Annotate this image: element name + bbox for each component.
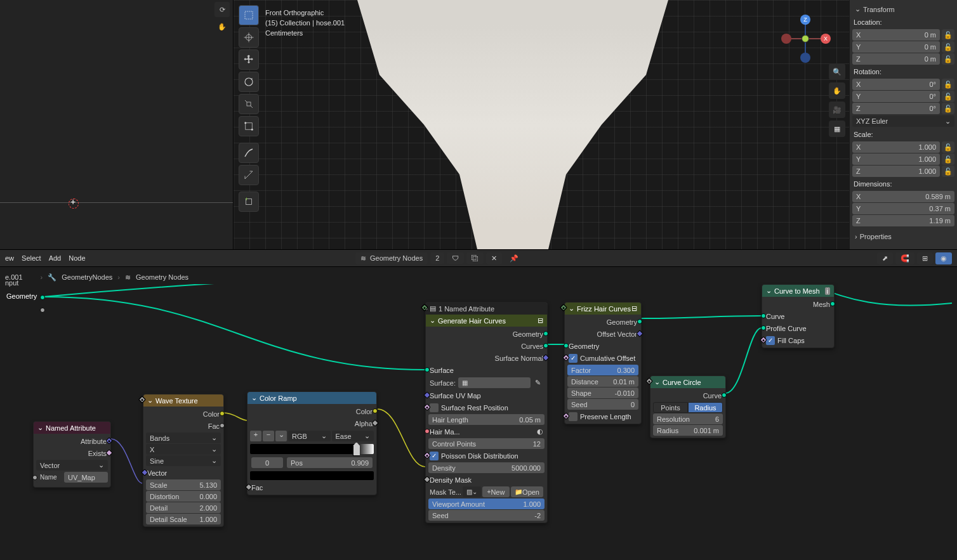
wave-detail-scale[interactable]: Detail Scale1.000 [146, 514, 221, 524]
nav-neg-z[interactable] [800, 53, 810, 63]
reset-view-icon[interactable]: ⟳ [214, 2, 230, 17]
node-title[interactable]: ⌄Color Ramp [248, 392, 376, 404]
ramp-ease[interactable]: Ease⌄ [332, 431, 374, 441]
control-points[interactable]: Control Points12 [428, 438, 544, 449]
lock-icon[interactable]: 🔓 [942, 41, 954, 53]
node-title[interactable]: ⌄Named Attribute [34, 422, 110, 434]
socket-fac[interactable] [220, 423, 225, 428]
nav-neg-x[interactable] [781, 34, 791, 44]
socket-exists[interactable] [105, 449, 112, 456]
socket-color[interactable] [373, 408, 378, 413]
menu-view[interactable]: ew [5, 254, 14, 262]
group-edit-icon[interactable]: ⊟ [538, 316, 543, 325]
rotation-x[interactable]: X0° [852, 79, 940, 90]
cumulative-checkbox[interactable]: ✓ [569, 354, 578, 363]
lock-icon[interactable]: 🔓 [942, 166, 954, 177]
socket-curves[interactable] [543, 343, 548, 348]
socket-geometry[interactable] [40, 295, 45, 300]
measure-tool[interactable] [239, 165, 259, 185]
node-generate-hair-curves[interactable]: ▤1 Named Attribute ⌄Generate Hair Curves… [425, 302, 548, 523]
lock-icon[interactable]: 🔓 [942, 103, 954, 114]
socket-mesh[interactable] [830, 301, 835, 306]
properties-panel-header[interactable]: › Properties [852, 230, 954, 243]
socket-profile[interactable] [761, 325, 766, 330]
transform-panel-header[interactable]: ⌄ Transform [852, 3, 954, 16]
circle-mode-radius[interactable]: Radius [688, 402, 723, 413]
socket-hairmat[interactable] [425, 429, 430, 434]
info-icon[interactable]: i [825, 287, 830, 295]
viewport-3d[interactable]: Front Orthographic (15) Collection | hos… [234, 0, 849, 249]
dimensions-y[interactable]: Y0.37 m [852, 203, 954, 214]
menu-node[interactable]: Node [69, 254, 85, 262]
rotate-tool[interactable] [239, 72, 259, 92]
socket-offset[interactable] [636, 330, 643, 337]
circle-mode[interactable]: Points Radius [653, 402, 723, 413]
lock-icon[interactable]: 🔓 [942, 79, 954, 90]
node-named-attribute[interactable]: ⌄Named Attribute Attribute Exists Vector… [33, 421, 111, 488]
named-attr-type[interactable]: Vector⌄ [36, 460, 108, 471]
xray-icon[interactable]: ◉ [935, 252, 952, 264]
wave-detail[interactable]: Detail2.000 [146, 502, 221, 513]
socket-geometry[interactable] [543, 331, 548, 336]
pin-icon[interactable]: 📌 [510, 254, 518, 263]
ramp-add-button[interactable]: + [250, 431, 261, 441]
wave-direction[interactable]: X⌄ [146, 444, 221, 455]
dimensions-z[interactable]: Z1.19 m [852, 215, 954, 226]
add-tool[interactable]: + [239, 192, 259, 212]
transform-tool[interactable] [239, 116, 259, 136]
lock-icon[interactable]: 🔓 [942, 53, 954, 65]
socket-name-in[interactable] [32, 475, 37, 480]
uv-editor[interactable]: ⟳ ✋ [0, 0, 234, 249]
lock-icon[interactable]: 🔓 [942, 153, 954, 165]
zoom-icon[interactable]: 🔍 [829, 63, 845, 80]
wave-type[interactable]: Bands⌄ [146, 433, 221, 443]
fake-user-icon[interactable]: 🛡 [447, 252, 464, 264]
lock-icon[interactable]: 🔓 [942, 141, 954, 153]
parent-icon[interactable]: ⬈ [877, 252, 893, 264]
location-y[interactable]: Y0 m [852, 41, 940, 53]
socket-extend[interactable] [40, 308, 45, 313]
rotation-y[interactable]: Y0° [852, 91, 940, 102]
scale-x[interactable]: X1.000 [852, 141, 940, 153]
circle-radius[interactable]: Radius0.001 m [653, 425, 723, 436]
select-box-tool[interactable] [239, 5, 259, 25]
viewport-amount[interactable]: Viewport Amount1.000 [428, 498, 544, 509]
group-edit-icon[interactable]: ⊟ [631, 304, 637, 313]
ramp-remove-button[interactable]: − [263, 431, 274, 441]
socket-normal[interactable] [542, 354, 549, 361]
ramp-menu-button[interactable]: ⌄ [275, 431, 287, 441]
duplicate-icon[interactable]: ⿻ [466, 252, 484, 264]
unlink-icon[interactable]: ✕ [486, 252, 502, 264]
nav-x[interactable]: X [821, 34, 831, 44]
eyedropper-icon[interactable]: ✎ [532, 379, 543, 387]
node-title[interactable]: ⌄Curve Circle [650, 376, 725, 388]
node-tree-selector[interactable]: ≋ Geometry Nodes [355, 252, 428, 264]
cursor-tool[interactable] [239, 27, 259, 48]
socket-geometry[interactable] [637, 319, 642, 324]
node-wave-texture[interactable]: ⌄Wave Texture Color Fac Bands⌄ X⌄ Sine⌄ … [143, 394, 224, 527]
poisson-checkbox[interactable]: ✓ [430, 452, 439, 460]
node-curve-to-mesh[interactable]: ⌄Curve to Meshi Mesh Curve Profile Curve… [762, 284, 835, 348]
rotation-z[interactable]: Z0° [852, 103, 940, 114]
masktex-selector[interactable]: ▨⌄ [463, 486, 481, 497]
socket-geometry-in[interactable] [564, 343, 569, 348]
dimensions-x[interactable]: X0.589 m [852, 191, 954, 202]
node-editor[interactable]: ew Select Add Node ≋ Geometry Nodes 2 🛡 … [0, 249, 957, 560]
socket-alpha[interactable] [371, 419, 378, 426]
gen-seed[interactable]: Seed-2 [428, 510, 544, 521]
ramp-stop-index[interactable]: 0 [251, 457, 283, 468]
density[interactable]: Density5000.000 [428, 462, 544, 473]
wave-scale[interactable]: Scale5.130 [146, 479, 221, 490]
rotation-mode-dropdown[interactable]: XYZ Euler⌄ [852, 115, 954, 127]
node-canvas[interactable]: Geometry ⌄Named Attribute Attribute Exis… [0, 284, 957, 560]
fillcaps-checkbox[interactable]: ✓ [766, 336, 775, 345]
breadcrumb-tree[interactable]: Geometry Nodes [136, 273, 188, 281]
breadcrumb-mod[interactable]: GeometryNodes [62, 273, 112, 281]
wave-distortion[interactable]: Distortion0.000 [146, 491, 221, 502]
restpos-checkbox[interactable] [430, 403, 439, 412]
ramp-interpolation[interactable]: RGB⌄ [288, 431, 331, 441]
move-tool[interactable] [239, 49, 259, 70]
node-color-ramp[interactable]: ⌄Color Ramp Color Alpha + − ⌄ RGB⌄ Ease⌄… [247, 391, 377, 495]
lock-icon[interactable]: 🔓 [942, 29, 954, 41]
location-z[interactable]: Z0 m [852, 53, 940, 65]
